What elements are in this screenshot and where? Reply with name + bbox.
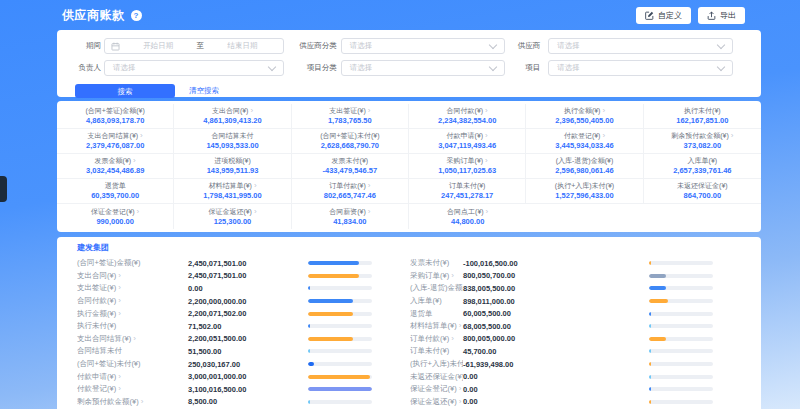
metric-label: 付款登记(¥)›: [564, 131, 605, 140]
export-button[interactable]: 导出: [698, 7, 745, 24]
detail-label[interactable]: 支出签证(¥)›: [77, 283, 188, 293]
metric-label: 保证金登记(¥)›: [91, 207, 139, 216]
metric-tile[interactable]: 合同薪资(¥)›41,834.00: [292, 204, 409, 229]
drawer-handle[interactable]: [0, 176, 7, 202]
detail-bar-track: [649, 337, 713, 341]
end-date-placeholder[interactable]: 结束日期: [208, 41, 277, 51]
metric-label: (合同+签证)金额(¥): [86, 106, 145, 115]
project-placeholder: 请选择: [549, 63, 714, 73]
detail-label[interactable]: 支出合同结算(¥)›: [77, 334, 188, 344]
metric-label: (执行+入库)未付(¥): [555, 181, 614, 190]
metric-label: 支出签证(¥)›: [329, 106, 370, 115]
detail-label[interactable]: 材料结算单(¥)›: [410, 321, 463, 331]
detail-bar-fill: [308, 312, 353, 316]
detail-bar-track: [308, 387, 372, 391]
detail-bar-track: [308, 362, 372, 366]
metric-tile[interactable]: 支出合同结算(¥)›2,379,476,087.00: [57, 129, 174, 154]
project-category-select[interactable]: 请选择: [341, 60, 506, 76]
start-date-placeholder[interactable]: 开始日期: [124, 41, 193, 51]
detail-value: 0.00: [463, 372, 649, 381]
detail-bar-track: [649, 387, 713, 391]
chevron-right-icon: ›: [602, 106, 605, 115]
chevron-right-icon: ›: [368, 207, 371, 216]
metric-tile[interactable]: 保证金登记(¥)›990,000.00: [57, 204, 174, 229]
detail-label[interactable]: 采购订单(¥)›: [410, 271, 463, 281]
project-select[interactable]: 请选择: [548, 60, 733, 76]
metric-label: 剩余预付款金额(¥)›: [671, 131, 733, 140]
chevron-right-icon: ›: [118, 296, 121, 305]
metric-tile[interactable]: 支出签证(¥)›1,783,765.50: [292, 104, 409, 129]
group-detail-left-column: (合同+签证)金额(¥)2,450,071,501.00支出合同(¥)›2,45…: [57, 257, 409, 409]
detail-label[interactable]: 付款申请(¥)›: [77, 372, 188, 382]
metric-tile[interactable]: 执行金额(¥)›2,396,550,405.00: [526, 104, 643, 129]
metric-tile[interactable]: 剩余预付款金额(¥)›373,082.00: [644, 129, 761, 154]
group-link[interactable]: 建发集团: [77, 242, 761, 253]
detail-label[interactable]: 保证金登记(¥)›: [410, 384, 463, 394]
metric-tile: (合同+签证)金额(¥)4,863,093,178.70: [57, 104, 174, 129]
chevron-right-icon: ›: [118, 309, 121, 318]
group-detail-row: 执行金额(¥)›2,200,071,502.00: [77, 307, 409, 320]
metric-value: 2,234,382,554.00: [438, 116, 496, 126]
metric-tile: 执行未付(¥)162,167,851.00: [644, 104, 761, 129]
search-button[interactable]: 搜索: [75, 84, 175, 98]
metric-tile[interactable]: 付款申请(¥)›3,047,119,493.46: [409, 129, 526, 154]
metric-tile[interactable]: 发票金额(¥)›3,032,454,486.89: [57, 154, 174, 179]
detail-bar-track: [308, 337, 372, 341]
chevron-right-icon: ›: [451, 271, 454, 280]
detail-value: 800,005,000.00: [463, 334, 649, 343]
detail-value: 2,450,071,501.00: [188, 271, 308, 280]
detail-value: 3,000,001,000.00: [188, 372, 308, 381]
detail-value: 2,450,071,501.00: [188, 259, 308, 268]
detail-value: 2,200,071,502.00: [188, 309, 308, 318]
metric-value: 4,863,093,178.70: [86, 116, 144, 126]
chevron-right-icon: ›: [486, 207, 489, 216]
detail-label: 入库单(¥): [410, 296, 463, 306]
detail-bar-track: [308, 400, 372, 404]
group-detail-row: 未返还保证金(¥)0.00: [410, 370, 761, 383]
metric-tile: 订单未付(¥)247,451,278.17: [409, 179, 526, 204]
detail-label[interactable]: 保证金返还(¥)›: [410, 397, 463, 407]
chevron-right-icon: ›: [485, 106, 488, 115]
metric-tile[interactable]: 保证金返还(¥)›125,300.00: [174, 204, 291, 229]
metric-tile[interactable]: 合同付款(¥)›2,234,382,554.00: [409, 104, 526, 129]
supplier-category-select[interactable]: 请选择: [341, 38, 506, 54]
metric-value: 60,359,700.00: [91, 191, 139, 201]
owner-label: 负责人: [75, 63, 101, 73]
metric-label: 进项税额(¥): [214, 156, 251, 165]
period-date-range-input[interactable]: 开始日期 至 结束日期: [104, 38, 284, 54]
detail-label[interactable]: 支出合同(¥)›: [77, 271, 188, 281]
detail-label[interactable]: 订单付款(¥)›: [410, 334, 463, 344]
metric-tile[interactable]: 订单付款(¥)›802,665,747.46: [292, 179, 409, 204]
metric-tile[interactable]: 付款登记(¥)›3,445,934,033.46: [526, 129, 643, 154]
detail-bar-fill: [308, 375, 370, 379]
supplier-select[interactable]: 请选择: [548, 38, 733, 54]
metric-label: 未返还保证金(¥): [677, 181, 728, 190]
metric-tile[interactable]: 支出合同(¥)›4,861,309,413.20: [174, 104, 291, 129]
metric-value: 2,379,476,087.00: [86, 141, 144, 151]
metric-tile[interactable]: 材料结算单(¥)›1,798,431,995.00: [174, 179, 291, 204]
group-detail-row: 支出签证(¥)›0.00: [77, 282, 409, 295]
metric-label: 合同点工(¥)›: [447, 207, 488, 216]
chevron-right-icon: ›: [368, 181, 371, 190]
detail-bar-fill: [308, 324, 310, 328]
metric-value: 1,783,765.50: [328, 116, 372, 126]
detail-label[interactable]: 合同付款(¥)›: [77, 296, 188, 306]
toolbar-actions: 自定义 导出: [636, 7, 745, 24]
supplier-label: 供应商: [509, 41, 540, 51]
help-icon[interactable]: ?: [131, 10, 142, 21]
owner-select[interactable]: 请选择: [104, 60, 284, 76]
chevron-right-icon: ›: [118, 384, 121, 393]
detail-bar-fill: [308, 286, 310, 290]
metric-tile[interactable]: 采购订单(¥)›1,050,117,025.63: [409, 154, 526, 179]
metric-value: 145,093,533.00: [206, 141, 258, 151]
chevron-down-icon: [489, 41, 497, 49]
chevron-right-icon: ›: [485, 131, 488, 140]
detail-label[interactable]: 执行金额(¥)›: [77, 309, 188, 319]
clear-search-link[interactable]: 清空搜索: [189, 86, 219, 96]
detail-label[interactable]: 付款登记(¥)›: [77, 384, 188, 394]
metric-tile[interactable]: 合同点工(¥)›44,800.00: [409, 204, 526, 229]
customize-button[interactable]: 自定义: [636, 7, 691, 24]
detail-bar-fill: [649, 324, 651, 328]
detail-label[interactable]: 剩余预付款金额(¥)›: [77, 397, 188, 407]
detail-bar-fill: [649, 362, 651, 366]
